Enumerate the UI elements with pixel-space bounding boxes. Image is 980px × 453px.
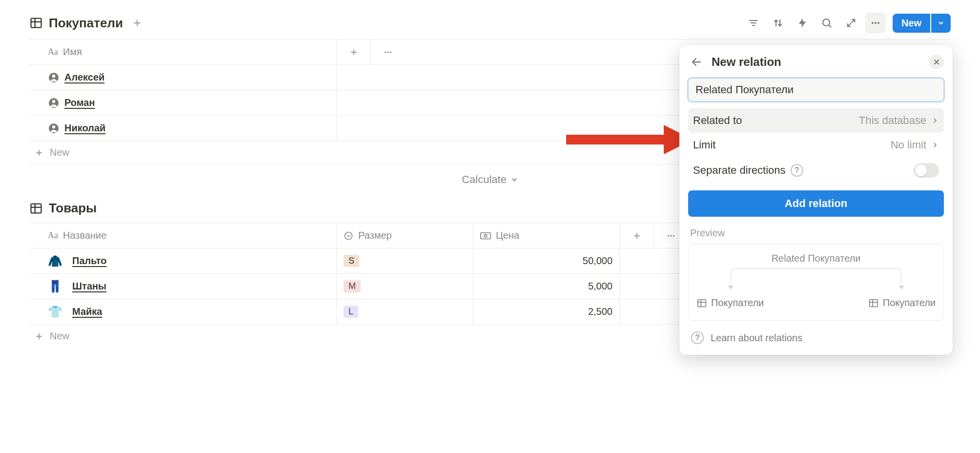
filter-button[interactable] — [743, 13, 764, 33]
item-emoji: 🧥 — [48, 254, 62, 268]
database-title-buyers[interactable]: Покупатели — [29, 16, 123, 31]
size-tag: S — [344, 255, 359, 267]
price-value: 50,000 — [583, 255, 612, 267]
svg-rect-44 — [698, 299, 706, 307]
price-value: 2,500 — [588, 306, 612, 317]
chevron-right-icon — [931, 117, 939, 124]
filter-icon — [748, 17, 759, 29]
row-name: Алексей — [64, 72, 104, 83]
svg-point-15 — [385, 51, 387, 53]
automation-button[interactable] — [792, 13, 813, 33]
chevron-down-icon — [937, 19, 945, 27]
plus-icon — [132, 18, 143, 28]
close-icon — [933, 58, 940, 66]
popover-title: New relation — [712, 55, 781, 69]
column-header-name[interactable]: Aa Название — [48, 230, 106, 241]
svg-rect-0 — [31, 19, 41, 28]
search-button[interactable] — [817, 13, 837, 33]
column-header-size[interactable]: Размер — [344, 230, 392, 241]
svg-point-34 — [668, 235, 670, 237]
svg-point-23 — [52, 125, 55, 128]
svg-point-31 — [484, 234, 487, 237]
relation-preview: Related Покупатели Покупатели Покупатели — [688, 244, 944, 321]
row-name: Роман — [64, 97, 95, 108]
related-to-option[interactable]: Related to This database — [688, 108, 944, 133]
svg-point-8 — [823, 19, 830, 26]
chevron-down-icon — [510, 176, 518, 184]
search-icon — [821, 17, 833, 29]
svg-line-9 — [829, 25, 831, 27]
expand-button[interactable] — [841, 13, 861, 33]
separate-directions-option: Separate directions ? — [688, 157, 944, 184]
svg-rect-30 — [481, 232, 490, 239]
plus-icon — [34, 331, 44, 341]
add-view-button[interactable] — [130, 16, 144, 30]
person-icon — [48, 97, 60, 109]
add-relation-button[interactable]: Add relation — [688, 190, 944, 217]
chevron-right-icon — [931, 141, 939, 149]
svg-rect-26 — [31, 204, 41, 213]
column-options-button[interactable] — [371, 40, 405, 64]
svg-rect-47 — [870, 299, 878, 307]
bolt-icon — [797, 18, 808, 28]
svg-point-12 — [878, 22, 879, 24]
svg-point-17 — [390, 51, 392, 53]
select-property-icon — [344, 231, 353, 241]
new-dropdown-button[interactable] — [931, 14, 951, 33]
svg-point-21 — [52, 100, 55, 103]
table-icon — [29, 16, 43, 30]
row-name: Штаны — [72, 281, 106, 292]
add-column-button[interactable] — [620, 223, 654, 248]
title-property-icon: Aa — [48, 230, 58, 241]
plus-icon — [349, 47, 359, 57]
person-icon — [48, 72, 60, 83]
more-button[interactable] — [865, 13, 886, 33]
title-property-icon: Aa — [48, 47, 58, 57]
item-emoji: 👕 — [48, 305, 62, 319]
new-button[interactable]: New — [893, 14, 930, 33]
item-emoji: 👖 — [48, 280, 62, 293]
table-icon — [29, 202, 43, 215]
row-name: Николай — [64, 123, 105, 134]
db2-title-text: Товары — [49, 201, 97, 216]
plus-icon — [632, 231, 642, 241]
arrow-left-icon — [691, 56, 702, 68]
separate-directions-toggle[interactable] — [914, 163, 939, 178]
dots-icon — [870, 17, 881, 29]
close-button[interactable] — [929, 55, 944, 69]
price-value: 5,000 — [588, 281, 612, 292]
limit-option[interactable]: Limit No limit — [688, 133, 944, 157]
row-name: Пальто — [72, 255, 107, 267]
number-property-icon — [480, 232, 491, 240]
new-relation-popover: New relation Related to This database Li… — [679, 45, 953, 355]
preview-relation-name: Related Покупатели — [696, 253, 936, 264]
sort-icon — [772, 17, 784, 29]
size-tag: M — [344, 280, 361, 292]
column-header-name[interactable]: Aa Имя — [48, 46, 82, 58]
svg-point-16 — [387, 51, 389, 53]
plus-icon — [34, 148, 44, 158]
svg-rect-39 — [566, 135, 664, 144]
learn-about-relations-link[interactable]: ? Learn about relations — [688, 331, 944, 344]
svg-point-36 — [673, 235, 675, 237]
size-tag: L — [344, 306, 358, 318]
dots-icon — [383, 47, 393, 58]
back-button[interactable] — [688, 54, 705, 70]
person-icon — [48, 123, 60, 134]
help-icon: ? — [691, 331, 704, 344]
row-name: Майка — [72, 306, 102, 317]
column-header-price[interactable]: Цена — [480, 230, 519, 241]
svg-point-19 — [52, 74, 55, 77]
expand-icon — [846, 18, 857, 28]
preview-label: Preview — [688, 227, 944, 239]
relation-name-input[interactable] — [688, 78, 944, 102]
sort-button[interactable] — [768, 13, 788, 33]
svg-point-35 — [670, 235, 672, 237]
add-column-button[interactable] — [337, 40, 371, 64]
help-icon[interactable]: ? — [791, 164, 803, 177]
db1-title-text: Покупатели — [49, 16, 123, 31]
dots-icon — [666, 230, 676, 241]
svg-point-11 — [875, 22, 877, 24]
annotation-arrow — [566, 125, 693, 154]
svg-point-10 — [872, 22, 874, 24]
